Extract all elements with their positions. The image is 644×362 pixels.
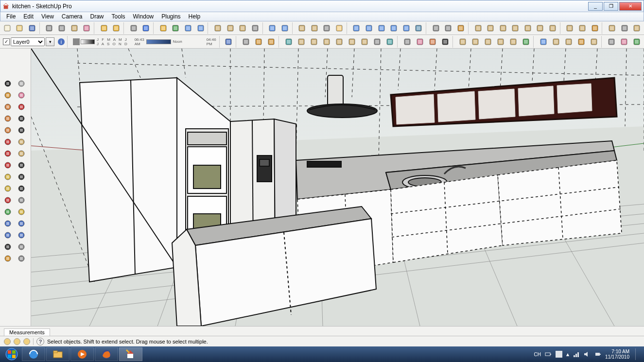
display-icon[interactable] — [240, 36, 252, 48]
pushpull-icon[interactable] — [15, 137, 28, 147]
menu-draw[interactable]: Draw — [87, 13, 108, 20]
taskbar-ie[interactable] — [22, 347, 45, 361]
print-icon[interactable] — [128, 22, 139, 34]
polygon-icon[interactable] — [1, 125, 14, 136]
open-file-icon[interactable] — [14, 22, 26, 34]
view-icon[interactable] — [457, 36, 469, 48]
close-button[interactable]: ✕ — [619, 2, 642, 11]
layer-visible-checkbox[interactable]: ✓ — [3, 38, 10, 45]
freehand-icon[interactable] — [15, 125, 28, 136]
move-tool-icon[interactable] — [1, 137, 14, 147]
shadow-time-slider[interactable] — [146, 39, 171, 44]
front-icon[interactable] — [497, 22, 509, 34]
face2-icon[interactable] — [401, 36, 413, 48]
face3-icon[interactable] — [414, 36, 426, 48]
menu-camera[interactable]: Camera — [58, 13, 87, 20]
rectangle-icon[interactable] — [1, 102, 14, 112]
wire-icon[interactable] — [283, 36, 295, 48]
gear-icon[interactable] — [427, 36, 438, 48]
menu-tools[interactable]: Tools — [108, 13, 129, 20]
view2-icon[interactable] — [470, 36, 481, 48]
cube4-icon[interactable] — [550, 36, 562, 48]
menu-edit[interactable]: Edit — [19, 13, 37, 20]
shaded-tex-icon[interactable] — [321, 36, 332, 48]
zoom-icon[interactable] — [351, 22, 363, 34]
paint-icon[interactable] — [619, 22, 630, 34]
component-icon[interactable] — [237, 22, 248, 34]
layer-dropdown[interactable]: Layer0 — [11, 37, 45, 46]
taskbar-firefox[interactable] — [95, 347, 118, 361]
line-icon[interactable] — [15, 102, 28, 112]
house2-icon[interactable] — [564, 22, 576, 34]
xray-icon[interactable] — [346, 36, 358, 48]
zoom-ext-icon[interactable] — [376, 22, 387, 34]
layers-icon[interactable] — [266, 22, 278, 34]
prev-icon[interactable] — [388, 22, 400, 34]
3dw-icon[interactable] — [589, 22, 601, 34]
tray-lang[interactable]: CH — [534, 352, 540, 357]
zoom2-icon[interactable] — [1, 218, 14, 229]
xray2-icon[interactable] — [359, 36, 370, 48]
cut-icon[interactable] — [44, 22, 55, 34]
top-icon[interactable] — [485, 22, 496, 34]
section4-icon[interactable] — [1, 253, 14, 264]
circle-icon[interactable] — [1, 113, 14, 124]
eraser-icon[interactable] — [15, 90, 28, 101]
menu-file[interactable]: File — [2, 13, 19, 20]
tray-volume-icon[interactable] — [584, 351, 591, 358]
position-icon[interactable] — [15, 253, 28, 264]
view5-icon[interactable] — [507, 36, 519, 48]
box3-icon[interactable] — [575, 36, 587, 48]
text-icon[interactable] — [15, 183, 28, 194]
zoom-ext2-icon[interactable] — [1, 230, 14, 241]
export-icon[interactable] — [631, 22, 643, 34]
walk3-icon[interactable] — [1, 241, 14, 252]
tray-network-icon[interactable] — [573, 351, 580, 358]
start-button[interactable] — [2, 347, 21, 361]
menu-window[interactable]: Window — [129, 13, 158, 20]
iso-icon[interactable] — [472, 22, 484, 34]
right-icon[interactable] — [509, 22, 521, 34]
taskbar-explorer[interactable] — [46, 347, 70, 361]
paste-icon[interactable] — [69, 22, 80, 34]
menu-view[interactable]: View — [37, 13, 58, 20]
minimize-button[interactable]: _ — [588, 2, 603, 11]
group-icon[interactable] — [249, 22, 261, 34]
view4-icon[interactable] — [495, 36, 506, 48]
cube-icon[interactable] — [296, 22, 308, 34]
left-icon[interactable] — [535, 22, 546, 34]
move-icon[interactable] — [443, 22, 454, 34]
view3-icon[interactable] — [482, 36, 494, 48]
3d-viewport[interactable] — [31, 49, 644, 326]
section-icon[interactable] — [455, 22, 467, 34]
maximize-button[interactable]: ❐ — [604, 2, 618, 11]
offset-icon[interactable] — [15, 160, 28, 171]
hidden-icon[interactable] — [296, 36, 307, 48]
zoom-window2-icon[interactable] — [15, 218, 28, 229]
sphere2-icon[interactable] — [321, 22, 333, 34]
orbit-icon[interactable] — [1, 207, 14, 217]
shadow-date-slider[interactable] — [81, 39, 95, 44]
prev2-icon[interactable] — [15, 230, 28, 241]
cube5-icon[interactable] — [563, 36, 574, 48]
box7-icon[interactable] — [631, 36, 643, 48]
question-icon[interactable] — [195, 22, 207, 34]
tray-clock[interactable]: 7:10 AM 11/17/2010 — [605, 349, 629, 360]
house-icon[interactable] — [547, 22, 558, 34]
show-desktop-button[interactable] — [635, 348, 639, 360]
cloud-icon[interactable] — [606, 22, 618, 34]
sphere-icon[interactable] — [309, 22, 320, 34]
axes2-icon[interactable] — [1, 195, 14, 206]
cube2-icon[interactable] — [520, 36, 532, 48]
arc-icon[interactable] — [15, 113, 28, 124]
info-icon[interactable] — [140, 22, 152, 34]
layer-info-button[interactable]: i — [57, 36, 66, 48]
box2-icon[interactable] — [225, 22, 236, 34]
copy-icon[interactable] — [56, 22, 68, 34]
scale-icon[interactable] — [1, 160, 14, 171]
protractor-icon[interactable] — [1, 183, 14, 194]
walk-icon[interactable] — [413, 22, 425, 34]
axes-icon[interactable] — [371, 36, 383, 48]
r-icon[interactable] — [182, 22, 194, 34]
tray-flag-icon[interactable] — [556, 351, 562, 358]
